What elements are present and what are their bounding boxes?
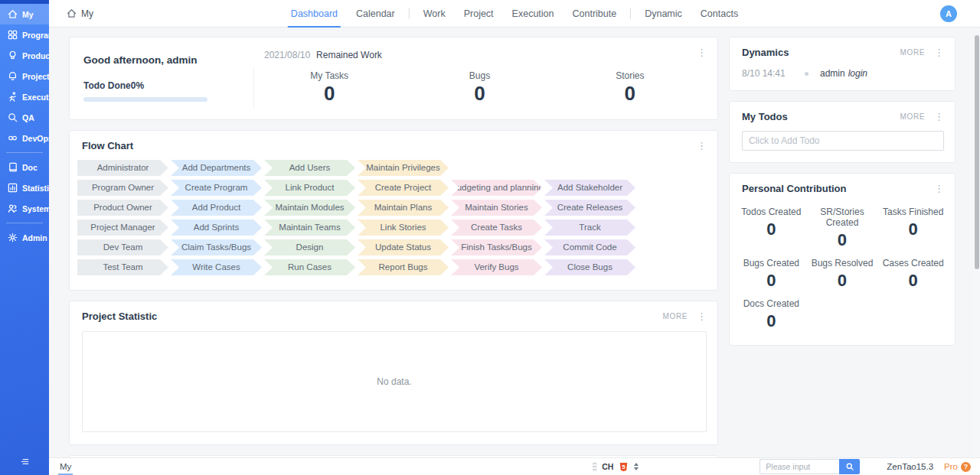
sidebar-item-execution[interactable]: Execution (0, 86, 49, 107)
my-todos-title: My Todos (742, 111, 788, 122)
flow-step-track[interactable]: Track (544, 220, 635, 236)
flow-step-dev-team[interactable]: Dev Team (77, 239, 168, 255)
flow-step-run-cases[interactable]: Run Cases (264, 259, 355, 275)
more-menu-icon[interactable]: ⋮ (934, 184, 944, 194)
more-menu-icon[interactable]: ⋮ (934, 47, 944, 57)
scrollbar-thumb[interactable] (975, 35, 979, 269)
sidebar-item-admin[interactable]: Admin (0, 227, 49, 248)
qa-icon (7, 112, 18, 123)
sidebar-item-devops[interactable]: DevOps (0, 128, 49, 148)
tab-dynamic[interactable]: Dynamic (635, 0, 691, 27)
more-menu-icon[interactable]: ⋮ (697, 47, 707, 57)
bullet-dot-icon (805, 72, 808, 76)
stat-label: Bugs (404, 70, 554, 81)
tab-dashboard[interactable]: Dashboard (282, 0, 347, 27)
language-switcher[interactable]: CH (602, 462, 613, 471)
flow-step-product-owner[interactable]: Product Owner (77, 200, 168, 216)
sidebar-item-my[interactable]: My (0, 4, 49, 24)
flow-step-write-cases[interactable]: Write Cases (171, 259, 262, 275)
flow-step-test-team[interactable]: Test Team (77, 259, 168, 275)
help-button[interactable]: ? (961, 462, 971, 472)
sidebar-divider (6, 223, 43, 223)
statistic-icon (7, 182, 18, 194)
tab-contacts[interactable]: Contacts (691, 0, 747, 27)
more-link[interactable]: MORE (900, 48, 925, 57)
flow-step-add-stakeholder[interactable]: Add Stakeholder (544, 180, 635, 196)
flow-row: Project ManagerAdd SprintsMaintain Teams… (77, 220, 710, 236)
flow-step-report-bugs[interactable]: Report Bugs (358, 259, 449, 275)
toggle-arrows-icon[interactable] (634, 463, 639, 470)
flow-step-create-releases[interactable]: Create Releases (544, 200, 635, 216)
scrollbar-track[interactable] (974, 28, 980, 457)
more-menu-icon[interactable]: ⋮ (934, 112, 944, 122)
sidebar-item-qa[interactable]: QA (0, 107, 49, 128)
sidebar-item-doc[interactable]: Doc (0, 157, 49, 177)
add-todo-input[interactable] (742, 131, 944, 151)
program-icon (7, 29, 18, 41)
breadcrumb[interactable]: My (66, 8, 93, 19)
taskbar-item-my[interactable]: My (58, 458, 73, 475)
flow-step-add-product[interactable]: Add Product (171, 200, 262, 216)
doc-icon (7, 161, 18, 173)
stat-bugs: Bugs0 (404, 67, 554, 109)
search-button[interactable] (839, 459, 860, 474)
sidebar-item-product[interactable]: Product (0, 45, 49, 66)
flow-step-claim-tasks-bugs[interactable]: Claim Tasks/Bugs (171, 239, 262, 255)
menu-collapse-icon (19, 456, 31, 470)
flow-step-close-bugs[interactable]: Close Bugs (544, 259, 635, 275)
search-input[interactable] (760, 459, 839, 474)
flow-step-link-stories[interactable]: Link Stories (358, 220, 449, 236)
avatar[interactable]: A (940, 5, 957, 22)
flow-step-add-sprints[interactable]: Add Sprints (171, 220, 262, 236)
flow-step-create-project[interactable]: Create Project (358, 180, 449, 196)
flow-step-create-tasks[interactable]: Create Tasks (451, 220, 542, 236)
tab-execution[interactable]: Execution (503, 0, 564, 27)
stat-label: Stories (555, 70, 705, 81)
flow-step-link-product[interactable]: Link Product (264, 180, 355, 196)
todo-done-percent: 0% (131, 80, 144, 91)
sidebar-item-statistic[interactable]: Statistic (0, 177, 49, 198)
flow-step-maintain-stories[interactable]: Maintain Stories (451, 200, 542, 216)
search-icon (845, 462, 854, 471)
flow-step-maintain-plans[interactable]: Maintain Plans (358, 200, 449, 216)
flow-step-add-departments[interactable]: Add Departments (171, 160, 262, 176)
more-link[interactable]: MORE (663, 312, 688, 320)
language-group: CH 5 (593, 462, 639, 472)
stat-value: 0 (807, 230, 878, 250)
no-data-placeholder: No data. (82, 331, 707, 432)
todo-done-label: Todo Done0% (83, 80, 253, 91)
drag-handle-icon[interactable] (593, 462, 596, 472)
flow-step-administrator[interactable]: Administrator (77, 160, 168, 176)
tab-calendar[interactable]: Calendar (347, 0, 404, 27)
flow-step-update-status[interactable]: Update Status (358, 239, 449, 255)
stat-value: 0 (736, 271, 807, 291)
flow-step-commit-code[interactable]: Commit Code (544, 239, 635, 255)
flow-step-budgeting-and-planning[interactable]: Budgeting and planning (451, 180, 542, 196)
flow-step-maintain-modules[interactable]: Maintain Modules (264, 200, 355, 216)
flow-step-verify-bugs[interactable]: Verify Bugs (451, 259, 542, 275)
contribution-stat-tasks-finished: Tasks Finished0 (877, 207, 949, 250)
more-link[interactable]: MORE (900, 112, 925, 121)
sidebar-item-program[interactable]: Program (0, 24, 49, 45)
contribution-stat-bugs-created: Bugs Created0 (736, 258, 807, 291)
stat-value: 0 (807, 271, 878, 291)
tab-project[interactable]: Project (455, 0, 503, 27)
more-menu-icon[interactable]: ⋮ (697, 141, 707, 151)
tab-contribute[interactable]: Contribute (563, 0, 626, 27)
sidebar-collapse-button[interactable] (0, 456, 49, 470)
sidebar-item-system[interactable]: System (0, 198, 49, 219)
tab-work[interactable]: Work (414, 0, 455, 27)
contribution-stat-todos-created: Todos Created0 (736, 207, 807, 250)
more-menu-icon[interactable]: ⋮ (697, 311, 707, 321)
flow-step-program-owner[interactable]: Program Owner (77, 180, 168, 196)
flow-step-add-users[interactable]: Add Users (264, 160, 355, 176)
flow-step-maintain-teams[interactable]: Maintain Teams (264, 220, 355, 236)
sidebar-item-label: Project (22, 72, 50, 81)
flow-step-project-manager[interactable]: Project Manager (77, 220, 168, 236)
pro-label[interactable]: Pro (944, 462, 958, 471)
flow-step-create-program[interactable]: Create Program (171, 180, 262, 196)
flow-step-finish-tasks-bugs[interactable]: Finish Tasks/Bugs (451, 239, 542, 255)
flow-step-maintain-privileges[interactable]: Maintain Privileges (358, 160, 449, 176)
flow-step-design[interactable]: Design (264, 239, 355, 255)
sidebar-item-project[interactable]: Project (0, 66, 49, 86)
